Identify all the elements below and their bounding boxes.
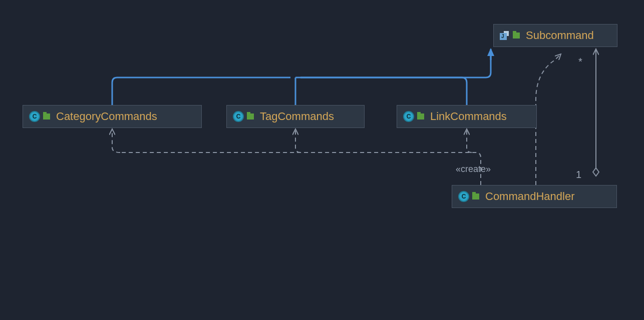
stereotype-create: «create» bbox=[456, 164, 491, 174]
node-label: TagCommands bbox=[260, 110, 334, 123]
node-link-commands[interactable]: C LinkCommands bbox=[397, 105, 537, 128]
handler-dep-sub bbox=[536, 54, 561, 185]
diagram-edges bbox=[0, 0, 644, 320]
handler-create-tag bbox=[295, 129, 300, 152]
node-tag-commands[interactable]: C TagCommands bbox=[226, 105, 365, 128]
node-label: LinkCommands bbox=[430, 110, 507, 123]
handler-create-cat bbox=[112, 129, 120, 152]
node-subcommand[interactable]: J Subcommand bbox=[493, 24, 617, 47]
multiplicity-one: 1 bbox=[576, 169, 581, 180]
cat-realizes-sub bbox=[112, 78, 290, 105]
package-icon bbox=[247, 114, 254, 120]
package-icon bbox=[472, 194, 479, 200]
class-icon: C bbox=[458, 191, 469, 202]
handler-create-link bbox=[467, 129, 472, 152]
uml-diagram-canvas: J Subcommand C CategoryCommands C TagCom… bbox=[0, 0, 644, 320]
node-label: CategoryCommands bbox=[56, 110, 157, 123]
class-icon: C bbox=[29, 111, 40, 122]
package-icon bbox=[513, 32, 520, 38]
handler-create-stem bbox=[120, 152, 481, 185]
package-icon bbox=[417, 114, 424, 120]
node-label: Subcommand bbox=[526, 29, 594, 42]
realizes-merge bbox=[295, 56, 491, 78]
link-realizes-sub bbox=[300, 78, 467, 105]
multiplicity-many: * bbox=[578, 56, 582, 68]
node-command-handler[interactable]: C CommandHandler bbox=[452, 185, 617, 208]
package-icon bbox=[43, 114, 50, 120]
node-category-commands[interactable]: C CategoryCommands bbox=[23, 105, 202, 128]
node-label: CommandHandler bbox=[485, 190, 575, 203]
class-icon: C bbox=[233, 111, 244, 122]
class-icon: C bbox=[403, 111, 414, 122]
java-file-icon: J bbox=[500, 31, 510, 40]
